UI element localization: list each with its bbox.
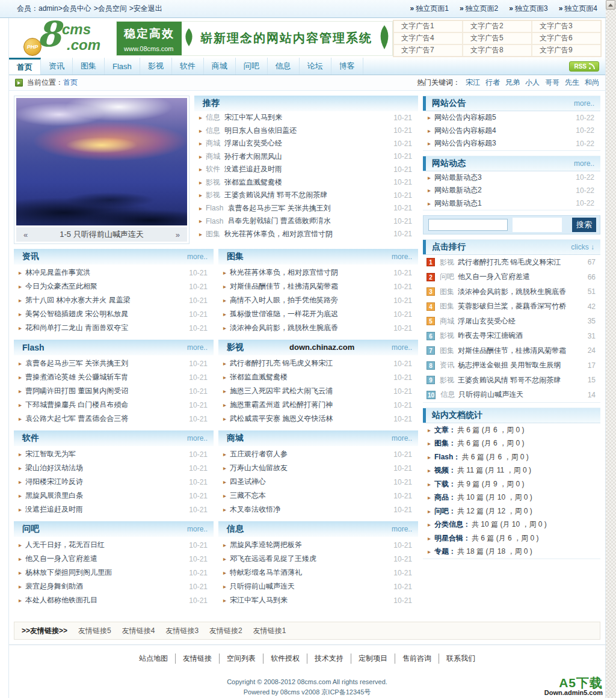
stat-label-link[interactable]: 图集： — [434, 438, 456, 448]
item-title-link[interactable]: 花和尚单打二龙山 青面兽双夺宝 — [25, 323, 185, 333]
stat-label-link[interactable]: Flash： — [434, 452, 460, 462]
item-title-link[interactable]: 淡浓神会风前影，跳脱秋生腕底香 — [230, 323, 390, 333]
more-link[interactable]: more.. — [187, 253, 208, 261]
stat-label-link[interactable]: 明星合辑： — [434, 533, 470, 543]
item-title-link[interactable]: 杨林放下柴担同到阁儿里面 — [25, 568, 185, 578]
item-title-link[interactable]: 王婆贪贿说风情 郓哥不忿闹茶肆 — [458, 375, 584, 385]
footer-nav-link[interactable]: 定制项目 — [351, 654, 395, 664]
text-ad-link[interactable]: 文字广告6 — [532, 32, 601, 44]
footer-nav-link[interactable]: 联系我们 — [439, 654, 482, 664]
footer-nav-link[interactable]: 空间列表 — [220, 654, 263, 664]
item-title-link[interactable]: 袁公路大起七军 曹孟德会合三将 — [25, 414, 185, 424]
stat-label-link[interactable]: 视频： — [434, 465, 456, 476]
standalone-page-link[interactable]: 独立页面2 — [466, 4, 499, 13]
slideshow-prev-button[interactable]: « — [16, 230, 35, 239]
text-ad-link[interactable]: 文字广告3 — [532, 20, 601, 32]
text-ad-link[interactable]: 文字广告7 — [393, 44, 463, 57]
item-title-link[interactable]: 网站最新动态3 — [434, 173, 572, 183]
item-title-link[interactable]: 裴宜起身舞剑助酒 — [25, 581, 185, 592]
more-link[interactable]: more.. — [574, 159, 594, 168]
footer-nav-link[interactable]: 友情链接 — [176, 654, 220, 664]
item-title-link[interactable]: 只听得前山喊声连天 — [458, 390, 584, 400]
member-link[interactable]: >会员空间 — [94, 4, 127, 14]
item-category-link[interactable]: 资讯 — [440, 360, 454, 370]
item-category-link[interactable]: Flash — [206, 204, 223, 212]
footer-nav-link[interactable]: 站点地图 — [132, 654, 176, 664]
nav-tab[interactable]: 论坛 — [300, 58, 331, 75]
item-category-link[interactable]: 软件 — [206, 164, 220, 174]
nav-tab[interactable]: 软件 — [172, 58, 204, 75]
item-title-link[interactable]: 袁曹各起马步三军 关张共擒王刘 — [25, 358, 185, 369]
item-category-link[interactable]: 商城 — [206, 152, 220, 162]
nav-tab[interactable]: 首页 — [9, 58, 41, 75]
item-category-link[interactable]: Flash — [206, 217, 223, 225]
item-title-link[interactable]: 曹操煮酒论英雄 关公赚城斩车胄 — [25, 372, 185, 382]
stat-label-link[interactable]: 分类信息： — [434, 519, 470, 530]
text-ad-link[interactable]: 文字广告5 — [463, 32, 532, 44]
hot-keyword-link[interactable]: 先生 — [565, 78, 579, 88]
item-title-link[interactable]: 邓飞在远远看见捉了王矮虎 — [230, 554, 390, 564]
item-title-link[interactable]: 万寿山大仙留故友 — [230, 463, 390, 473]
item-title-link[interactable]: 秋光荏苒休辜负，相对原宜惜寸阴 — [224, 229, 390, 239]
header-banner[interactable]: 稳定高效 www.08cms.com 崭新理念的网站内容管理系统 — [116, 21, 393, 56]
item-category-link[interactable]: 信息 — [206, 112, 220, 123]
nav-tab[interactable]: Flash — [105, 58, 140, 75]
item-title-link[interactable]: 张都监血溅鸳鸯楼 — [230, 372, 390, 382]
item-title-link[interactable]: 昨夜去寻宋江搪碗酒 — [458, 331, 584, 341]
item-title-link[interactable]: 网站公告内容标题5 — [434, 112, 572, 123]
rss-button[interactable]: RSS — [569, 61, 599, 72]
item-title-link[interactable]: 木叉奉法收悟净 — [230, 504, 390, 515]
item-title-link[interactable]: 曹阿瞒许田打围 董国舅内阁受诏 — [25, 386, 185, 396]
item-title-link[interactable]: 孤标傲世偕谁隐，一样花开为底迟 — [230, 309, 390, 319]
slideshow-image[interactable] — [16, 98, 187, 225]
item-category-link[interactable]: 影视 — [440, 331, 454, 341]
footer-nav-link[interactable]: 软件授权 — [263, 654, 307, 664]
hot-keyword-link[interactable]: 哥哥 — [545, 78, 559, 88]
item-title-link[interactable]: 黑旋风李逵轮两把板斧 — [230, 540, 390, 550]
item-category-link[interactable]: 信息 — [206, 126, 220, 136]
item-title-link[interactable]: 人无千日好，花无百日红 — [25, 540, 185, 550]
item-title-link[interactable]: 他又自一身入官府差遣 — [458, 272, 584, 282]
item-title-link[interactable]: 吕奉先射戟辕门 曹孟德败师淯水 — [227, 216, 390, 226]
item-category-link[interactable]: 影视 — [440, 375, 454, 385]
item-title-link[interactable]: 淡浓神会风前影，跳脱秋生腕底香 — [458, 287, 584, 297]
item-category-link[interactable]: 影视 — [206, 190, 220, 200]
text-ad-link[interactable]: 文字广告2 — [463, 20, 532, 32]
nav-tab[interactable]: 问吧 — [236, 58, 268, 75]
member-link[interactable]: >安全退出 — [129, 4, 162, 14]
slideshow-caption[interactable]: 1-5 只听得前山喊声连天 — [35, 229, 168, 240]
stat-label-link[interactable]: 文章： — [434, 425, 456, 435]
hot-keyword-link[interactable]: 和尚 — [585, 78, 599, 88]
item-title-link[interactable]: 施恩三入死囚牢 武松大闹飞云浦 — [230, 386, 390, 396]
footer-nav-link[interactable]: 售前咨询 — [395, 654, 439, 664]
nav-tab[interactable]: 信息 — [268, 58, 300, 75]
search-button[interactable]: 搜索 — [572, 218, 596, 232]
item-title-link[interactable]: 高情不入时人眼，拍手凭他笑路旁 — [230, 295, 390, 305]
standalone-page-link[interactable]: 独立页面1 — [416, 4, 449, 13]
more-link[interactable]: more.. — [392, 525, 412, 533]
item-title-link[interactable]: 黑旋风展浪里白条 — [25, 491, 185, 501]
text-ad-link[interactable]: 文字广告1 — [393, 20, 463, 32]
more-link[interactable]: more.. — [187, 525, 208, 533]
friend-link[interactable]: 友情链接1 — [253, 626, 286, 636]
item-title-link[interactable]: 武松威震平安寨 施恩义夺快活林 — [230, 414, 390, 424]
item-title-link[interactable]: 特献彩缎名马羊酒薄礼 — [230, 568, 390, 578]
item-category-link[interactable]: 商城 — [206, 138, 220, 148]
friend-link[interactable]: 友情链接5 — [78, 626, 111, 636]
item-title-link[interactable]: 宋江智取无为军 — [25, 449, 185, 459]
hot-keyword-link[interactable]: 小人 — [525, 78, 540, 88]
friend-link[interactable]: 友情链接3 — [165, 626, 199, 636]
stat-label-link[interactable]: 问吧： — [434, 506, 456, 516]
clicks-sort-link[interactable]: clicks ↓ — [571, 243, 594, 251]
stat-label-link[interactable]: 下载： — [434, 479, 456, 489]
item-title-link[interactable]: 浔阳楼宋江吟反诗 — [25, 477, 185, 487]
item-category-link[interactable]: 图集 — [440, 287, 454, 297]
item-title-link[interactable]: 张都监血溅鸳鸯楼 — [224, 177, 390, 188]
item-title-link[interactable]: 今日为众豪杰至此相聚 — [25, 281, 185, 292]
breadcrumb-home-link[interactable]: 首页 — [63, 78, 78, 88]
item-title-link[interactable]: 三藏不忘本 — [230, 491, 390, 501]
item-title-link[interactable]: 网站最新动态2 — [434, 185, 572, 195]
item-title-link[interactable]: 网站公告内容标题4 — [434, 126, 572, 136]
item-category-link[interactable]: 商城 — [440, 316, 454, 326]
item-title-link[interactable]: 只听得前山喊声连天 — [230, 581, 390, 592]
